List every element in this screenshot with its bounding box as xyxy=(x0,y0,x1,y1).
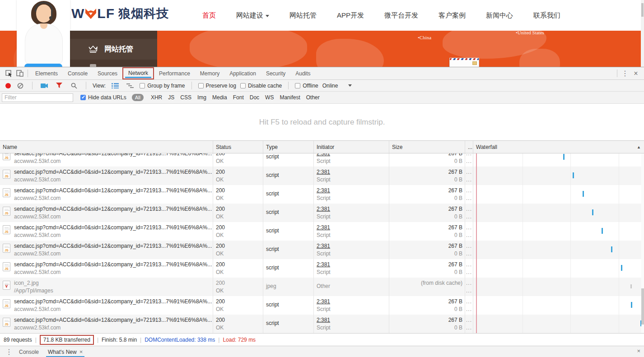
tab-performance[interactable]: Performance xyxy=(154,68,195,79)
initiator-link[interactable]: 2:381 xyxy=(317,187,389,195)
clear-icon[interactable] xyxy=(15,81,26,91)
tab-sources[interactable]: Sources xyxy=(93,68,122,79)
large-rows-icon[interactable] xyxy=(110,81,121,91)
site-logo[interactable]: W LF 狼烟科技 xyxy=(71,5,169,22)
initiator-cell: 2:381Script xyxy=(314,296,389,315)
group-by-frame-toggle[interactable]: Group by frame xyxy=(140,83,185,89)
table-row[interactable]: JSsendacc.jsp?cmd=ACC&did=0&sid=12&compa… xyxy=(0,296,644,315)
filter-css[interactable]: CSS xyxy=(180,94,191,101)
devtools-close-icon[interactable]: × xyxy=(630,69,641,79)
offline-toggle[interactable]: Offline xyxy=(295,83,318,89)
filter-xhr[interactable]: XHR xyxy=(151,94,162,101)
table-row[interactable]: JSsendacc.jsp?cmd=ACC&did=0&sid=12&compa… xyxy=(0,204,644,222)
nav-news-center[interactable]: 新闻中心 xyxy=(486,11,513,20)
offline-checkbox[interactable] xyxy=(295,83,300,88)
initiator-link[interactable]: 2:381 xyxy=(317,205,389,213)
filter-funnel-icon[interactable] xyxy=(54,81,65,91)
inspect-element-icon[interactable] xyxy=(4,69,14,79)
chat-button[interactable] xyxy=(24,64,62,67)
filter-all-pill[interactable]: All xyxy=(132,94,144,101)
preserve-log-toggle[interactable]: Preserve log xyxy=(198,83,236,89)
nav-website-hosting[interactable]: 网站托管 xyxy=(289,11,317,20)
table-row[interactable]: JSsendacc.jsp?cmd=ACC&did=0&sid=12&compa… xyxy=(0,222,644,241)
column-header-name[interactable]: Name xyxy=(0,141,213,153)
table-row[interactable]: JSsendacc.jsp?cmd=ACC&did=0&sid=12&compa… xyxy=(0,315,644,333)
column-header-status[interactable]: Status xyxy=(213,141,263,153)
waterfall-cell xyxy=(473,185,644,204)
column-header-type[interactable]: Type xyxy=(263,141,314,153)
tab-security[interactable]: Security xyxy=(261,68,290,79)
initiator-link[interactable]: 2:381 xyxy=(317,261,389,269)
nav-micro-platform[interactable]: 微平台开发 xyxy=(384,11,418,20)
request-type: script xyxy=(266,190,313,197)
search-icon[interactable] xyxy=(69,81,79,91)
page-scrollbar-thumb[interactable] xyxy=(641,3,644,17)
customer-service-widget[interactable] xyxy=(17,0,70,67)
table-row[interactable]: JSsendacc.jsp?cmd=ACC&did=0&sid=12&compa… xyxy=(0,167,644,185)
tab-application[interactable]: Application xyxy=(224,68,261,79)
side-menu-item-hosting[interactable]: 网站托管 xyxy=(70,39,157,60)
filter-ws[interactable]: WS xyxy=(265,94,274,101)
filter-input[interactable] xyxy=(2,93,73,102)
column-header-initiator[interactable]: Initiator xyxy=(314,141,389,153)
filter-font[interactable]: Font xyxy=(233,94,244,101)
table-row[interactable]: JSsendacc.jsp?cmd=ACC&did=0&sid=12&compa… xyxy=(0,259,644,278)
request-name: sendacc.jsp?cmd=ACC&did=0&sid=12&company… xyxy=(14,205,212,213)
hide-data-urls-toggle[interactable]: Hide data URLs xyxy=(80,94,126,101)
transfer-size: 267 B xyxy=(392,168,462,176)
close-tab-icon[interactable]: × xyxy=(79,348,83,355)
table-row[interactable]: JSsendacc.jsp?cmd=ACC&did=0&sid=12&compa… xyxy=(0,241,644,259)
preserve-log-checkbox[interactable] xyxy=(198,83,204,88)
drawer-menu-icon[interactable]: ⋮ xyxy=(4,347,14,357)
table-row[interactable]: JSsendacc.jsp?cmd=ACC&did=0&sid=12&compa… xyxy=(0,185,644,204)
drawer-close-icon[interactable]: × xyxy=(637,348,640,354)
initiator-link[interactable]: 2:381 xyxy=(317,316,389,324)
initiator-link[interactable]: 2:381 xyxy=(317,168,389,176)
sort-indicator-icon[interactable]: ▲ xyxy=(637,145,641,149)
disable-cache-checkbox[interactable] xyxy=(240,83,246,88)
tab-audits[interactable]: Audits xyxy=(290,68,315,79)
filter-js[interactable]: JS xyxy=(168,94,174,101)
throttling-select[interactable]: Online xyxy=(322,83,338,89)
disable-cache-toggle[interactable]: Disable cache xyxy=(240,83,282,89)
initiator-link[interactable]: 2:381 xyxy=(317,224,389,232)
nav-app-dev[interactable]: APP开发 xyxy=(337,11,364,20)
device-toolbar-icon[interactable] xyxy=(14,69,25,79)
filter-doc[interactable]: Doc xyxy=(250,94,259,101)
column-header-more[interactable]: ... xyxy=(465,141,473,153)
throttling-dropdown-icon[interactable] xyxy=(348,84,352,87)
table-scrollbar[interactable] xyxy=(641,153,644,333)
filter-other[interactable]: Other xyxy=(306,94,320,101)
hide-data-urls-checkbox[interactable] xyxy=(80,95,86,100)
group-by-frame-checkbox[interactable] xyxy=(140,83,145,88)
network-toolbar: View: Group by frame Preserve log Disabl… xyxy=(0,80,644,92)
tab-network[interactable]: Network xyxy=(122,67,154,79)
column-header-waterfall[interactable]: Waterfall ▲ xyxy=(473,141,644,153)
drawer-tab-whats-new[interactable]: What's New × xyxy=(43,346,87,357)
initiator-link[interactable]: 2:381 xyxy=(317,153,389,158)
table-row[interactable]: JSsendacc.jsp?cmd=ACC&did=0&sid=12&compa… xyxy=(0,153,644,167)
request-name: sendacc.jsp?cmd=ACC&did=0&sid=12&company… xyxy=(14,187,212,195)
tab-memory[interactable]: Memory xyxy=(195,68,224,79)
initiator-link[interactable]: 2:381 xyxy=(317,242,389,250)
tab-elements[interactable]: Elements xyxy=(30,68,63,79)
table-row[interactable]: ∨icon_2.jpg/App/Tpl/images200OKjpegOther… xyxy=(0,278,644,296)
filter-img[interactable]: Img xyxy=(197,94,206,101)
transfer-size: 267 B xyxy=(392,224,462,232)
nav-home[interactable]: 首页 xyxy=(202,11,216,20)
column-header-size[interactable]: Size xyxy=(389,141,465,153)
nav-customer-cases[interactable]: 客户案例 xyxy=(439,11,466,20)
page-scrollbar[interactable] xyxy=(641,0,644,67)
table-scrollbar-thumb[interactable] xyxy=(641,288,644,325)
tab-console[interactable]: Console xyxy=(63,68,93,79)
record-button[interactable] xyxy=(5,83,11,88)
nav-contact-us[interactable]: 联系我们 xyxy=(533,11,560,20)
show-overview-icon[interactable] xyxy=(125,81,135,91)
devtools-menu-icon[interactable]: ⋮ xyxy=(620,69,630,79)
initiator-link[interactable]: 2:381 xyxy=(317,298,389,306)
filter-manifest[interactable]: Manifest xyxy=(280,94,300,101)
drawer-tab-console[interactable]: Console xyxy=(14,346,43,357)
capture-screenshots-icon[interactable] xyxy=(39,81,50,91)
nav-website-build[interactable]: 网站建设 xyxy=(236,11,269,20)
filter-media[interactable]: Media xyxy=(212,94,227,101)
